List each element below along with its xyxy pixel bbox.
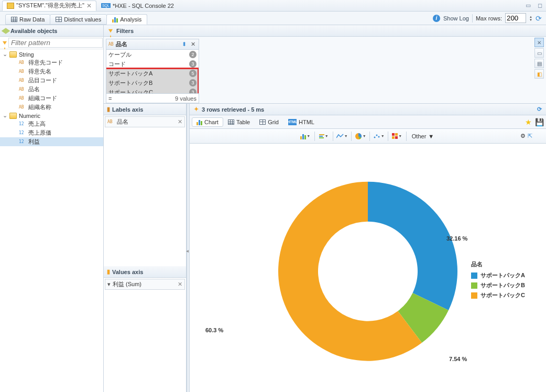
editor-tab-inactive[interactable]: SQL *HXE - SQL Console 22 (96, 1, 179, 11)
filter-close-icon[interactable]: ✕ (190, 41, 196, 48)
analysis-right-panel: Filters AB 品名 ⬍ ✕ ケーブル2コード3サポートパックA5サポート… (104, 25, 546, 392)
export-icon[interactable]: ⇱ (528, 133, 532, 139)
sql-tag-icon: SQL (101, 3, 111, 8)
chevron-down-icon[interactable]: ▾ (107, 281, 111, 288)
chevron-down-icon: ⌄ (2, 51, 7, 58)
other-chart-btn[interactable]: Other▼ (409, 133, 437, 139)
number-type-icon: 12 (19, 139, 26, 144)
refresh-result-icon[interactable]: ⟳ (537, 106, 542, 113)
filter-column-panel: AB 品名 ⬍ ✕ ケーブル2コード3サポートパックA5サポートパックB3サポー… (106, 39, 199, 103)
labels-axis-title: Labels axis (112, 106, 143, 113)
count-badge: 3 (189, 89, 196, 93)
close-icon[interactable]: ✕ (86, 2, 92, 9)
pie-chart-btn[interactable]: ▼ (354, 130, 367, 142)
axis-column: ▮ Labels axis AB 品名 ✕ ▮ Values axis (104, 104, 187, 392)
filters-header: Filters (104, 25, 546, 37)
filter-value-label: サポートパックB (108, 79, 152, 87)
sql-icon (7, 3, 14, 9)
donut-chart (268, 172, 467, 372)
available-objects-panel: Available objects ⇅ ⊞ ⊟ ⌄StringAB得意先コードA… (0, 25, 104, 392)
filter-pattern-input[interactable] (8, 38, 103, 48)
tree-field[interactable]: AB得意先コード (0, 58, 103, 67)
refresh-icon[interactable]: ⟳ (536, 14, 542, 23)
values-axis-title: Values axis (112, 269, 143, 275)
tree-field[interactable]: AB組織コード (0, 94, 103, 103)
max-rows-input[interactable] (505, 13, 526, 23)
filter-value-list: ケーブル2コード3サポートパックA5サポートパックB3サポートパックC3 (106, 50, 199, 93)
tree-field[interactable]: AB組織名称 (0, 103, 103, 112)
text-type-icon: AB (19, 87, 26, 92)
tree-field[interactable]: AB得意先名 (0, 67, 103, 76)
tab-distinct-values[interactable]: Distinct values (50, 14, 107, 25)
legend-title: 品名 (471, 260, 525, 268)
max-rows-label: Max rows: (476, 15, 502, 21)
mode-label: HTML (299, 119, 314, 125)
legend-item: サポートパックA (471, 271, 525, 279)
filter-value-item[interactable]: コード3 (106, 59, 199, 69)
field-label: 売上高 (28, 120, 46, 128)
other-label: Other (412, 133, 427, 139)
tab-analysis[interactable]: Analysis (106, 14, 147, 25)
gear-icon[interactable]: ⚙ (520, 133, 526, 139)
remove-icon[interactable]: ✕ (178, 281, 182, 288)
mode-table[interactable]: Table (223, 117, 255, 127)
strip-btn-2[interactable]: ▭ (534, 48, 544, 58)
chart-legend: 品名 サポートパックAサポートパックBサポートパックC (471, 260, 525, 301)
filter-sort-icon[interactable]: ⬍ (181, 41, 188, 48)
legend-label: サポートパックB (481, 281, 525, 289)
editor-tab-active[interactable]: "SYSTEM"."得意先別売上" ✕ (2, 1, 96, 11)
strip-btn-4[interactable]: ◧ (534, 69, 544, 79)
maximize-icon[interactable]: ◻ (536, 2, 544, 9)
save-icon[interactable]: 💾 (535, 118, 544, 126)
scatter-chart-btn[interactable]: ▼ (372, 130, 386, 142)
legend-item: サポートパックC (471, 291, 525, 299)
values-axis-header: ▮ Values axis (104, 266, 186, 278)
tab-raw-data[interactable]: Raw Data (5, 14, 50, 25)
heatmap-btn[interactable]: ▼ (390, 130, 404, 142)
tree-field[interactable]: 12売上原価 (0, 128, 103, 137)
html-icon: HTML (288, 119, 297, 125)
tree-field[interactable]: AB品名 (0, 85, 103, 94)
tree-group[interactable]: ⌄Numeric (0, 112, 103, 119)
show-log-link[interactable]: Show Log (443, 15, 469, 21)
donut-slice[interactable] (368, 182, 457, 310)
object-tree: ⌄StringAB得意先コードAB得意先名AB品目コードAB品名AB組織コードA… (0, 49, 103, 392)
filter-value-item[interactable]: サポートパックB3 (106, 78, 199, 88)
mode-grid[interactable]: Grid (255, 117, 283, 127)
legend-item: サポートパックB (471, 281, 525, 289)
tree-field[interactable]: 12利益 (0, 137, 103, 146)
text-type-icon: AB (19, 60, 26, 65)
strip-btn-3[interactable]: ▤ (534, 59, 544, 68)
pct-label-a: 32.16 % (446, 235, 467, 242)
funnel-icon (108, 29, 113, 32)
max-rows-spinner[interactable]: ▲▼ (529, 15, 532, 21)
line-chart-btn[interactable]: ▼ (335, 130, 349, 142)
tab-label: Analysis (120, 16, 141, 23)
labels-axis-item[interactable]: AB 品名 ✕ (105, 116, 185, 127)
filter-value-item[interactable]: サポートパックA5 (106, 69, 199, 78)
labels-axis-header: ▮ Labels axis (104, 104, 186, 115)
svg-point-3 (378, 136, 379, 137)
bar-chart-btn[interactable]: ▼ (299, 130, 312, 142)
info-icon[interactable]: i (433, 15, 440, 22)
mode-chart[interactable]: Chart (192, 117, 223, 127)
strip-btn-1[interactable]: ✕ (534, 38, 544, 47)
star-icon[interactable]: ★ (525, 118, 532, 126)
filter-value-item[interactable]: サポートパックC3 (106, 88, 199, 93)
tree-group[interactable]: ⌄String (0, 50, 103, 58)
chart-column: ✦ 3 rows retrieved - 5 ms ⟳ Chart Table (190, 104, 546, 392)
chart-toolbar: ▼ ▼ ▼ ▼ ▼ ▼ Other▼ ⚙ ⇱ (190, 129, 546, 144)
count-badge: 5 (189, 70, 196, 77)
minimize-icon[interactable]: ▭ (524, 2, 532, 9)
tree-field[interactable]: AB品目コード (0, 76, 103, 85)
tree-field[interactable]: 12売上高 (0, 119, 103, 128)
text-type-icon: AB (19, 78, 26, 83)
hbar-chart-btn[interactable]: ▼ (317, 130, 331, 142)
mode-html[interactable]: HTML HTML (283, 117, 319, 127)
remove-icon[interactable]: ✕ (178, 118, 182, 125)
ab-type-icon: AB (108, 42, 114, 47)
filter-value-item[interactable]: ケーブル2 (106, 50, 199, 59)
values-axis-item[interactable]: ▾ 利益 (Sum) ✕ (105, 279, 185, 290)
filter-column-name: 品名 (116, 40, 179, 48)
tab-label: Distinct values (64, 16, 101, 23)
